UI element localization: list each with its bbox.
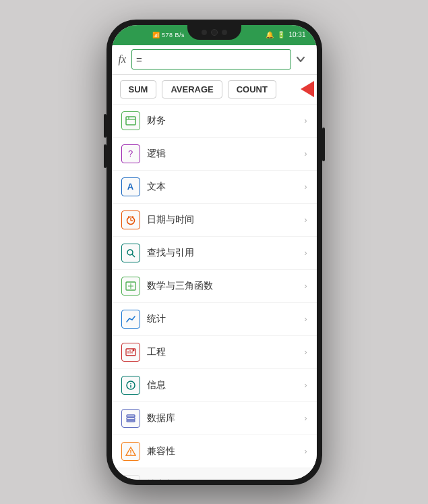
quick-functions-bar: SUM AVERAGE COUNT (112, 75, 317, 105)
battery-icon: 🔋 (277, 31, 285, 38)
info-label: 信息 (147, 379, 305, 391)
text-category-item[interactable]: A 文本 › (112, 171, 317, 204)
datetime-category-item[interactable]: 日期与时间 › (112, 204, 317, 237)
count-button[interactable]: COUNT (228, 80, 276, 99)
function-category-list: 财务 › ? 逻辑 › A 文本 › (112, 105, 317, 480)
math-chevron: › (305, 281, 307, 291)
red-arrow-indicator (301, 81, 314, 97)
svg-rect-0 (126, 117, 135, 125)
svg-rect-22 (127, 415, 135, 417)
info-category-item[interactable]: 信息 › (112, 369, 317, 402)
database-chevron: › (305, 414, 307, 423)
logic-chevron: › (305, 149, 307, 159)
camera-lens (211, 29, 218, 36)
average-button[interactable]: AVERAGE (162, 80, 222, 99)
status-bar-right: 🔔 🔋 10:31 (266, 31, 305, 38)
database-icon (121, 409, 140, 428)
formula-chevron-btn[interactable] (291, 50, 310, 69)
text-chevron: › (305, 182, 307, 192)
volume-down-btn[interactable] (104, 144, 106, 168)
finance-label: 财务 (147, 115, 305, 127)
phone-frame: 📶 578 B/s 🔔 🔋 10:31 fx SUM AVERAGE COUNT (106, 20, 322, 485)
finance-icon (121, 111, 140, 130)
engineer-category-item[interactable]: 工程 › (112, 336, 317, 369)
info-icon (121, 376, 140, 395)
lookup-category-item[interactable]: 查找与引用 › (112, 237, 317, 270)
math-category-item[interactable]: 数学与三角函数 › (112, 270, 317, 303)
datetime-chevron: › (305, 215, 307, 225)
engineer-label: 工程 (147, 346, 305, 358)
compat-category-item[interactable]: 兼容性 › (112, 435, 317, 468)
stats-icon (121, 310, 140, 329)
logic-label: 逻辑 (147, 148, 305, 160)
svg-point-20 (130, 383, 131, 384)
lookup-chevron: › (305, 248, 307, 258)
engineer-icon (121, 343, 140, 362)
sum-button[interactable]: SUM (120, 80, 157, 99)
svg-point-27 (130, 453, 131, 455)
notification-icon: 🔔 (266, 31, 274, 38)
math-label: 数学与三角函数 (147, 280, 305, 292)
fillcolor-icon (121, 475, 140, 480)
stats-label: 统计 (147, 313, 305, 325)
logic-icon: ? (121, 144, 140, 163)
camera-notch (187, 25, 241, 40)
stats-category-item[interactable]: 统计 › (112, 303, 317, 336)
math-icon (121, 277, 140, 296)
database-category-item[interactable]: 数据库 › (112, 402, 317, 435)
svg-rect-24 (127, 420, 135, 422)
database-label: 数据库 (147, 412, 305, 424)
lookup-icon (121, 244, 140, 262)
info-chevron: › (305, 381, 307, 390)
svg-point-8 (127, 250, 133, 255)
compat-label: 兼容性 (147, 445, 305, 457)
fillcolor-category-item[interactable]: 填充颜色 › (112, 468, 317, 480)
finance-category-item[interactable]: 财务 › (112, 105, 317, 138)
svg-rect-23 (127, 418, 135, 420)
compat-icon (121, 442, 140, 461)
logic-category-item[interactable]: ? 逻辑 › (112, 138, 317, 171)
stats-chevron: › (305, 314, 307, 324)
svg-point-17 (132, 349, 134, 351)
formula-input[interactable] (131, 49, 291, 69)
time-display: 10:31 (288, 31, 305, 38)
svg-line-9 (132, 254, 135, 257)
fillcolor-label: 填充颜色 (147, 478, 305, 480)
compat-chevron: › (305, 447, 307, 456)
speaker-dot (222, 30, 227, 35)
datetime-icon (121, 211, 140, 229)
signal-indicator: 📶 578 B/s (152, 32, 185, 38)
svg-line-18 (131, 351, 133, 352)
text-label: 文本 (147, 181, 305, 193)
status-bar-left: 📶 578 B/s (152, 32, 185, 38)
power-btn[interactable] (322, 128, 325, 161)
fx-label: fx (119, 53, 127, 65)
lookup-label: 查找与引用 (147, 247, 305, 259)
volume-up-btn[interactable] (104, 114, 106, 138)
camera-dot (202, 30, 207, 35)
phone-screen: 📶 578 B/s 🔔 🔋 10:31 fx SUM AVERAGE COUNT (112, 25, 317, 480)
datetime-label: 日期与时间 (147, 214, 305, 226)
engineer-chevron: › (305, 347, 307, 357)
finance-chevron: › (305, 116, 307, 125)
text-icon: A (121, 177, 140, 196)
formula-bar: fx (112, 45, 317, 75)
chevron-down-icon (296, 55, 305, 64)
